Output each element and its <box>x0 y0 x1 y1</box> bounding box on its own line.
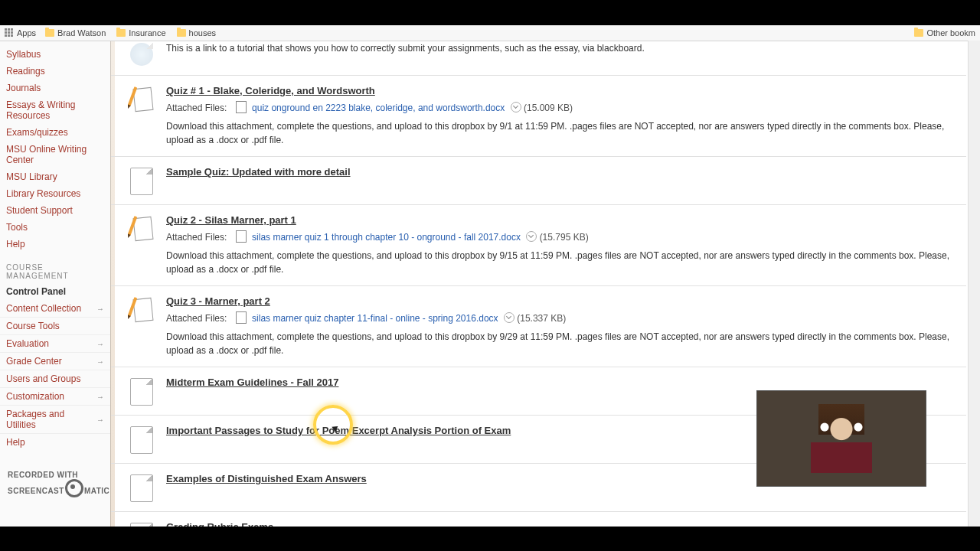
item-tutorial: This is a link to a tutorial that shows … <box>111 41 966 76</box>
folder-icon <box>116 29 126 37</box>
nav-library-resources[interactable]: Library Resources <box>0 185 110 202</box>
cm-users-groups[interactable]: Users and Groups <box>0 370 110 387</box>
file-icon <box>236 101 247 113</box>
sample-quiz-title[interactable]: Sample Quiz: Updated with more detail <box>166 166 351 178</box>
item-quiz-1: Quiz # 1 - Blake, Coleridge, and Wordswo… <box>111 76 966 157</box>
file-icon <box>236 311 247 324</box>
download-icon[interactable] <box>504 312 514 323</box>
quiz-2-desc: Download this attachment, complete the q… <box>166 249 966 276</box>
scrollbar[interactable] <box>968 41 980 527</box>
attached-label: Attached Files: <box>166 103 227 113</box>
bookmark-houses[interactable]: houses <box>177 28 216 37</box>
bookmark-brad-watson[interactable]: Brad Watson <box>45 28 106 37</box>
assignment-icon <box>129 216 154 240</box>
cm-grade-center[interactable]: Grade Center→ <box>0 352 110 370</box>
control-panel-label: Control Panel <box>0 283 110 300</box>
quiz-1-desc: Download this attachment, complete the q… <box>166 119 966 147</box>
quiz-3-title[interactable]: Quiz 3 - Marner, part 2 <box>166 295 270 307</box>
assignment-icon <box>129 86 154 111</box>
nav-writing-center[interactable]: MSU Online Writing Center <box>0 141 110 168</box>
nav-readings[interactable]: Readings <box>0 63 110 80</box>
attached-label: Attached Files: <box>166 232 227 243</box>
chevron-right-icon: → <box>96 416 104 424</box>
item-quiz-3: Quiz 3 - Marner, part 2 Attached Files: … <box>111 286 966 367</box>
cm-help[interactable]: Help <box>0 433 110 451</box>
quiz-3-size: (15.337 KB) <box>517 313 566 324</box>
quiz-1-size: (15.009 KB) <box>524 103 573 113</box>
cm-content-collection[interactable]: Content Collection→ <box>0 300 110 317</box>
apps-grid-icon <box>5 28 14 37</box>
download-icon[interactable] <box>526 231 537 242</box>
nav-help[interactable]: Help <box>0 236 110 253</box>
folder-icon <box>45 29 54 37</box>
apps-button[interactable]: Apps <box>5 28 36 37</box>
chevron-right-icon: → <box>96 305 104 313</box>
nav-syllabus[interactable]: Syllabus <box>0 46 110 63</box>
nav-exams[interactable]: Exams/quizzes <box>0 124 110 141</box>
assignment-icon <box>129 297 154 321</box>
nav-student-support[interactable]: Student Support <box>0 202 110 219</box>
document-icon <box>130 43 153 66</box>
webcam-overlay <box>756 390 926 487</box>
course-management-header: COURSE MANAGEMENT <box>0 253 110 283</box>
cm-course-tools[interactable]: Course Tools <box>0 317 110 334</box>
cm-packages[interactable]: Packages and Utilities→ <box>0 405 110 433</box>
apps-label: Apps <box>17 28 36 37</box>
chevron-right-icon: → <box>96 357 104 366</box>
nav-journals[interactable]: Journals <box>0 80 110 96</box>
tutorial-desc: This is a link to a tutorial that shows … <box>166 41 966 55</box>
attached-label: Attached Files: <box>166 313 227 324</box>
folder-icon <box>914 29 923 37</box>
document-icon <box>130 168 153 195</box>
examples-title[interactable]: Examples of Distinguished Exam Answers <box>166 473 367 484</box>
nav-tools[interactable]: Tools <box>0 219 110 236</box>
document-icon <box>130 426 153 454</box>
quiz-2-title[interactable]: Quiz 2 - Silas Marner, part 1 <box>166 214 296 226</box>
quiz-1-file[interactable]: quiz onground en 2223 blake, coleridge, … <box>252 103 505 113</box>
circle-icon <box>65 479 83 497</box>
item-rubric: Grading Rubric Exams <box>111 512 966 527</box>
bookmarks-bar: Apps Brad Watson Insurance houses Other … <box>0 25 980 41</box>
course-sidebar: Syllabus Readings Journals Essays & Writ… <box>0 41 111 527</box>
quiz-1-title[interactable]: Quiz # 1 - Blake, Coleridge, and Wordswo… <box>166 85 375 96</box>
passages-title[interactable]: Important Passages to Study for Poem/Exc… <box>166 425 511 436</box>
quiz-3-file[interactable]: silas marner quiz chapter 11-final - onl… <box>252 313 498 324</box>
cm-evaluation[interactable]: Evaluation→ <box>0 334 110 352</box>
screencast-watermark: RECORDED WITH SCREENCASTMATIC <box>8 471 109 497</box>
chevron-right-icon: → <box>96 393 104 401</box>
rubric-title[interactable]: Grading Rubric Exams <box>166 521 273 527</box>
nav-essays[interactable]: Essays & Writing Resources <box>0 96 110 124</box>
midterm-title[interactable]: Midterm Exam Guidelines - Fall 2017 <box>166 377 338 388</box>
item-sample-quiz: Sample Quiz: Updated with more detail <box>111 157 966 205</box>
quiz-2-size: (15.795 KB) <box>540 232 589 243</box>
file-icon <box>236 230 247 243</box>
folder-icon <box>177 29 186 37</box>
other-bookmarks[interactable]: Other bookm <box>914 28 975 37</box>
quiz-2-file[interactable]: silas marner quiz 1 through chapter 10 -… <box>252 232 521 243</box>
bookmark-insurance[interactable]: Insurance <box>116 28 165 37</box>
download-icon[interactable] <box>511 102 521 112</box>
quiz-3-desc: Download this attachment, complete the q… <box>166 330 966 357</box>
cm-customization[interactable]: Customization→ <box>0 387 110 405</box>
nav-msu-library[interactable]: MSU Library <box>0 168 110 185</box>
document-icon <box>130 474 153 502</box>
document-icon <box>130 378 153 406</box>
chevron-right-icon: → <box>96 340 104 348</box>
item-quiz-2: Quiz 2 - Silas Marner, part 1 Attached F… <box>111 205 966 286</box>
